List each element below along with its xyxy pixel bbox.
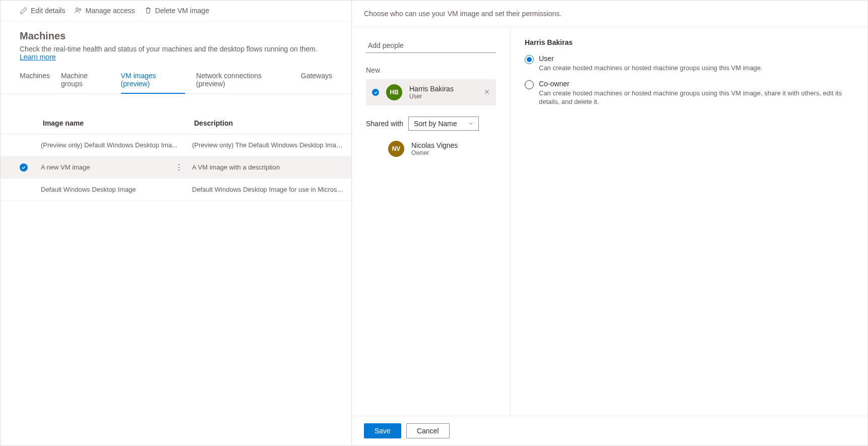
toolbar: Edit details Manage access Delete VM ima…	[1, 1, 351, 21]
tab-machine-groups[interactable]: Machine groups	[61, 72, 110, 94]
table-row[interactable]: (Preview only) Default Windows Desktop I…	[1, 134, 351, 156]
tab-vm-images[interactable]: VM images (preview)	[121, 72, 185, 94]
image-desc: A VM image with a description	[192, 163, 351, 171]
trash-icon	[144, 7, 152, 15]
manage-access-label: Manage access	[85, 7, 135, 15]
add-people-input[interactable]	[366, 38, 496, 53]
avatar: NV	[388, 141, 404, 157]
image-desc: Default Windows Desktop Image for use in…	[192, 186, 351, 193]
tab-machines[interactable]: Machines	[20, 72, 50, 94]
option-desc: Can create hosted machines or hosted mac…	[539, 64, 763, 73]
delete-vm-button[interactable]: Delete VM image	[144, 7, 209, 15]
tab-gateways[interactable]: Gateways	[301, 72, 332, 94]
permission-person-name: Harris Bakiras	[525, 38, 853, 46]
edit-icon	[20, 7, 28, 15]
image-name: A new VM image	[41, 163, 90, 171]
edit-details-button[interactable]: Edit details	[20, 7, 65, 15]
col-description[interactable]: Description	[192, 119, 351, 127]
table-row[interactable]: A new VM image ⋮ A VM image with a descr…	[1, 156, 351, 179]
selected-check-icon	[372, 89, 379, 96]
image-name: Default Windows Desktop Image	[41, 186, 136, 193]
radio-user[interactable]	[525, 55, 534, 64]
save-button[interactable]: Save	[364, 423, 401, 438]
sort-dropdown[interactable]: Sort by Name	[408, 117, 479, 131]
option-desc: Can create hosted machines or hosted mac…	[539, 89, 853, 106]
manage-access-button[interactable]: Manage access	[74, 7, 135, 15]
row-more-button[interactable]: ⋮	[171, 162, 187, 172]
manage-access-panel: Choose who can use your VM image and set…	[352, 1, 867, 445]
edit-details-label: Edit details	[31, 7, 65, 15]
shared-with-label: Shared with	[366, 120, 403, 128]
image-name: (Preview only) Default Windows Desktop I…	[41, 141, 177, 149]
shared-person-row[interactable]: NV Nicolas Vignes Owner	[366, 138, 496, 160]
tab-network-connections[interactable]: Network connections (preview)	[196, 72, 290, 94]
people-icon	[74, 7, 82, 15]
new-person-row[interactable]: HB Harris Bakiras User	[366, 79, 496, 105]
option-label: Co-owner	[539, 80, 853, 88]
chevron-down-icon	[468, 121, 473, 126]
person-name: Harris Bakiras	[409, 85, 454, 93]
panel-intro: Choose who can use your VM image and set…	[352, 1, 867, 27]
svg-point-1	[80, 9, 82, 11]
avatar: HB	[386, 84, 402, 100]
permission-option-coowner[interactable]: Co-owner Can create hosted machines or h…	[525, 80, 853, 106]
permission-option-user[interactable]: User Can create hosted machines or hoste…	[525, 54, 853, 73]
radio-coowner[interactable]	[525, 80, 534, 89]
learn-more-link[interactable]: Learn more	[20, 53, 56, 61]
table-row[interactable]: Default Windows Desktop Image Default Wi…	[1, 179, 351, 201]
page-title: Machines	[20, 30, 332, 42]
option-label: User	[539, 54, 763, 63]
tabs: Machines Machine groups VM images (previ…	[1, 61, 351, 94]
new-section-label: New	[366, 66, 496, 74]
page-description: Check the real-time health and status of…	[20, 45, 332, 61]
page-desc-text: Check the real-time health and status of…	[20, 45, 318, 53]
delete-vm-label: Delete VM image	[155, 7, 209, 15]
sort-value: Sort by Name	[414, 120, 457, 128]
vm-images-table: Image name Description (Preview only) De…	[1, 112, 351, 201]
col-image-name[interactable]: Image name	[41, 119, 192, 127]
cancel-button[interactable]: Cancel	[406, 423, 450, 438]
person-name: Nicolas Vignes	[411, 141, 458, 149]
row-selected-icon	[20, 163, 28, 172]
image-desc: (Preview only) The Default Windows Deskt…	[192, 141, 351, 149]
person-role: User	[409, 93, 454, 100]
person-role: Owner	[411, 149, 458, 156]
remove-person-button[interactable]	[484, 88, 490, 96]
svg-point-0	[76, 8, 79, 11]
